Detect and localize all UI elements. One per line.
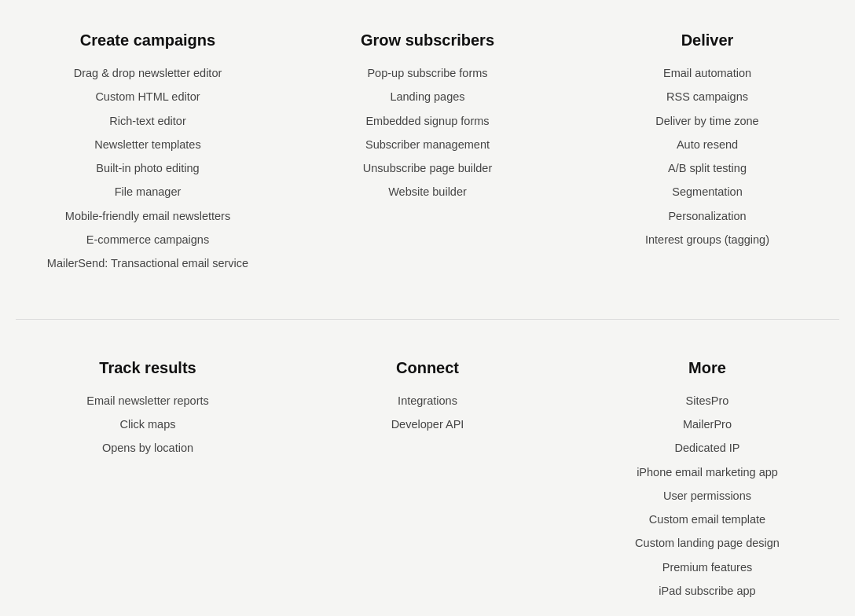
column-title-deliver: Deliver (681, 31, 734, 50)
list-item[interactable]: Click maps (120, 416, 176, 432)
list-item[interactable]: E-commerce campaigns (86, 232, 209, 248)
column-more: MoreSitesProMailerProDedicated IPiPhone … (575, 359, 839, 607)
list-item[interactable]: Drag & drop newsletter editor (74, 65, 222, 81)
list-item[interactable]: MailerPro (683, 416, 732, 432)
list-item[interactable]: Unsubscribe page builder (363, 160, 492, 176)
list-item[interactable]: Pop-up subscribe forms (367, 65, 487, 81)
column-title-track-results: Track results (99, 359, 196, 377)
list-item[interactable]: iPad subscribe app (659, 583, 755, 599)
list-item[interactable]: Newsletter templates (94, 137, 200, 152)
list-item[interactable]: Mobile-friendly email newsletters (65, 208, 230, 224)
list-item[interactable]: RSS campaigns (666, 89, 748, 104)
list-item[interactable]: Rich-text editor (109, 113, 186, 129)
list-item[interactable]: Developer API (391, 416, 464, 432)
list-item[interactable]: Built-in photo editing (96, 160, 199, 176)
column-title-more: More (688, 359, 726, 377)
list-item[interactable]: Custom HTML editor (95, 89, 200, 104)
column-track-results: Track resultsEmail newsletter reportsCli… (16, 359, 280, 607)
list-item[interactable]: Dedicated IP (674, 440, 739, 456)
column-grow-subscribers: Grow subscribersPop-up subscribe formsLa… (295, 31, 560, 280)
features-grid: Create campaignsDrag & drop newsletter e… (16, 31, 839, 607)
list-item[interactable]: Subscriber management (365, 137, 490, 152)
list-item[interactable]: A/B split testing (668, 160, 747, 176)
list-item[interactable]: User permissions (663, 488, 751, 504)
column-title-grow-subscribers: Grow subscribers (361, 31, 494, 50)
list-item[interactable]: Interest groups (tagging) (645, 232, 769, 248)
list-item[interactable]: Deliver by time zone (655, 113, 758, 129)
list-item[interactable]: Custom email template (649, 512, 765, 527)
column-connect: ConnectIntegrationsDeveloper API (295, 359, 560, 607)
list-item[interactable]: Email automation (663, 65, 751, 81)
list-item[interactable]: Website builder (388, 184, 467, 200)
list-item[interactable]: MailerSend: Transactional email service (47, 255, 248, 271)
list-item[interactable]: Auto resend (677, 137, 738, 152)
list-item[interactable]: Landing pages (390, 89, 464, 104)
list-item[interactable]: Opens by location (102, 440, 193, 456)
list-item[interactable]: Embedded signup forms (365, 113, 489, 129)
list-item[interactable]: iPhone email marketing app (637, 464, 778, 480)
column-create-campaigns: Create campaignsDrag & drop newsletter e… (16, 31, 280, 280)
column-title-connect: Connect (396, 359, 459, 377)
list-item[interactable]: Segmentation (672, 184, 742, 200)
list-item[interactable]: Personalization (668, 208, 746, 224)
list-item[interactable]: File manager (115, 184, 182, 200)
list-item[interactable]: Integrations (398, 393, 457, 409)
list-item[interactable]: SitesPro (686, 393, 729, 409)
list-item[interactable]: Email newsletter reports (86, 393, 209, 409)
section-divider (16, 319, 839, 320)
list-item[interactable]: Premium features (662, 559, 752, 575)
list-item[interactable]: Custom landing page design (635, 535, 780, 551)
column-title-create-campaigns: Create campaigns (80, 31, 215, 50)
column-deliver: DeliverEmail automationRSS campaignsDeli… (575, 31, 839, 280)
